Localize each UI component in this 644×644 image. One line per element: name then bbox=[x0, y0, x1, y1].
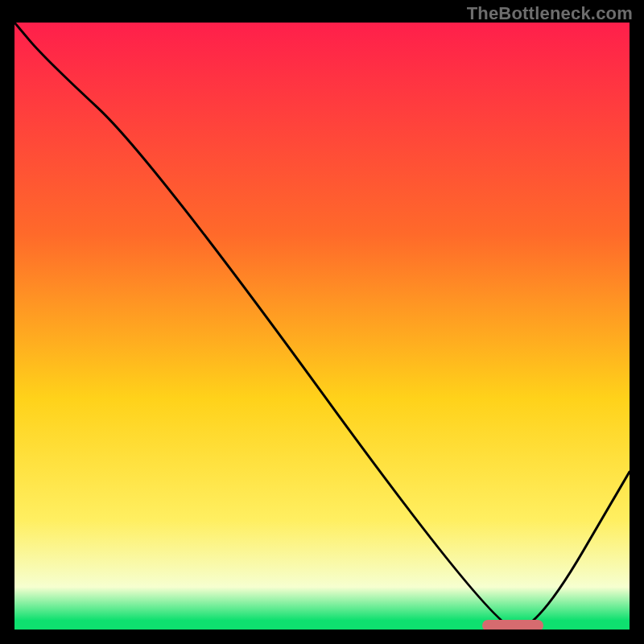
bottleneck-curve bbox=[14, 23, 630, 630]
watermark: TheBottleneck.com bbox=[467, 3, 633, 24]
plot-area bbox=[14, 23, 630, 630]
optimal-marker bbox=[482, 620, 543, 630]
chart-frame: TheBottleneck.com bbox=[0, 0, 644, 644]
